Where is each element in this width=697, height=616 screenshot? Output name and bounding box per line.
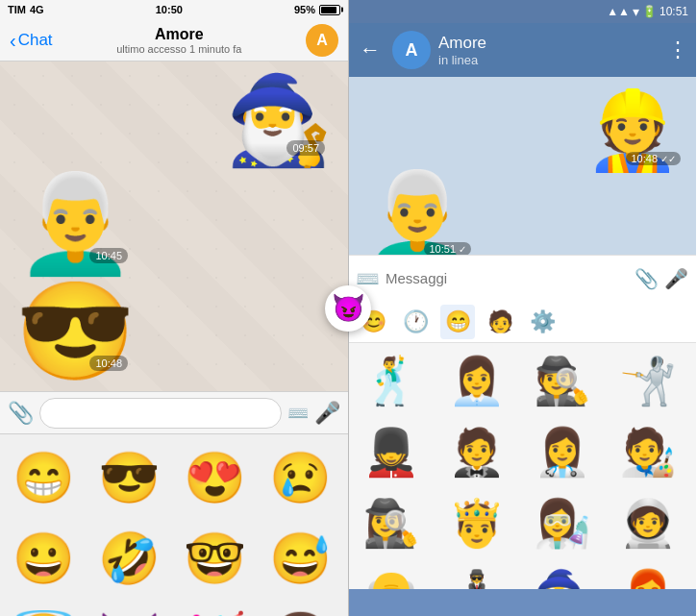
sticker-grid: 😁 😎 😍 😢 😀 🤣 🤓 😅 😇 😈 🥳 👦 [0, 434, 348, 616]
right-panel: ▲▲ ▾ 🔋 10:51 ← A Amore in linea ⋮ 👷 10:4… [348, 0, 696, 616]
list-item[interactable]: 😍 [175, 438, 254, 517]
list-item[interactable]: 🤓 [175, 519, 254, 598]
list-item[interactable]: 🤴 [437, 489, 516, 558]
table-row: 👨‍🦳 10:45 [15, 175, 136, 271]
avatar-label: A [316, 32, 328, 49]
tg-message-list: 👷 10:48 ✓✓ 👨‍🦳 10:51 ✓ [356, 85, 688, 255]
back-label: Chat [18, 31, 53, 50]
chat-area: 🧙‍♂️ 09:57 👨‍🦳 10:45 😎 10:48 [0, 62, 348, 391]
battery-fill [321, 7, 336, 13]
list-item[interactable]: 👦 [261, 600, 339, 616]
checkmarks: ✓ [459, 244, 466, 255]
status-time: 10:51 [660, 5, 688, 18]
list-item[interactable]: 😀 [4, 519, 83, 598]
message-list: 🧙‍♂️ 09:57 👨‍🦳 10:45 😎 10:48 [8, 69, 340, 391]
list-item[interactable]: 🕺 [352, 347, 431, 416]
list-item[interactable]: 👴 [352, 560, 431, 589]
picker-tabs: 😊 🕐 😁 🧑 ⚙️ [348, 301, 696, 343]
list-item[interactable]: 👩‍🔬 [523, 489, 602, 558]
back-button[interactable]: ‹ Chat [10, 31, 53, 50]
ios-status-bar: TIM 4G 10:50 95% [0, 0, 348, 19]
chevron-left-icon: ‹ [10, 31, 16, 50]
android-status-bar: ▲▲ ▾ 🔋 10:51 [348, 0, 696, 23]
center-logo: 😈 [325, 285, 371, 332]
msg-time: 10:45 [89, 248, 128, 263]
ios-time: 10:50 [156, 4, 183, 15]
msg-time: 10:51 ✓ [424, 242, 471, 255]
list-item[interactable]: 👩‍🦰 [609, 560, 687, 589]
list-item[interactable]: 🕵️ [523, 347, 602, 416]
avatar[interactable]: A [306, 24, 338, 57]
attach-icon[interactable]: 📎 [8, 401, 34, 426]
status-icons: ▲▲ ▾ 🔋 10:51 [607, 4, 688, 19]
contact-info: Amore in linea [438, 34, 660, 67]
list-item[interactable]: 🥳 [175, 600, 254, 616]
battery-label: 95% [294, 4, 315, 15]
list-item[interactable]: 🧑‍🎨 [609, 418, 687, 487]
wifi-icon: ▾ [633, 4, 639, 19]
list-item[interactable]: 😎 [89, 438, 168, 517]
keyboard-icon[interactable]: ⌨️ [287, 403, 309, 424]
checkmarks: ✓✓ [660, 154, 676, 164]
tab-pack1[interactable]: 😁 [440, 305, 475, 339]
avatar-label: A [406, 40, 418, 61]
msg-time: 10:48 [89, 356, 128, 371]
list-item[interactable]: 😢 [261, 438, 339, 517]
contact-sub: in linea [438, 53, 660, 67]
mic-icon[interactable]: 🎤 [664, 267, 688, 290]
battery-icon [319, 5, 340, 15]
tg-sticker-content: 🕺 👩‍💼 🕵️ 🤺 💂 🤵 👩‍⚕️ 🧑‍🎨 🕵️‍♀️ 🤴 👩‍🔬 🧑‍🚀 … [348, 343, 696, 589]
tg-chat-area: 👷 10:48 ✓✓ 👨‍🦳 10:51 ✓ [348, 77, 696, 255]
attach-icon[interactable]: 📎 [635, 267, 659, 290]
tg-input-bar: ⌨️ 📎 🎤 [348, 255, 696, 301]
network-label: 4G [30, 4, 44, 15]
contact-name: Amore [438, 34, 660, 53]
ios-nav-bar: ‹ Chat Amore ultimo accesso 1 minuto fa … [0, 19, 348, 62]
list-item[interactable]: 😁 [4, 438, 83, 517]
msg-time: 10:48 ✓✓ [626, 152, 681, 165]
mic-icon[interactable]: 🎤 [314, 401, 340, 426]
keyboard-icon[interactable]: ⌨️ [356, 267, 380, 290]
carrier-label: TIM [8, 4, 26, 15]
tg-sticker-picker: 😊 🕐 😁 🧑 ⚙️ 🕺 👩‍💼 🕵️ 🤺 💂 🤵 👩‍⚕️ 🧑‍🎨 🕵️‍♀️… [348, 301, 696, 589]
tab-pack2[interactable]: 🧑 [483, 305, 517, 339]
tg-sticker-grid: 🕺 👩‍💼 🕵️ 🤺 💂 🤵 👩‍⚕️ 🧑‍🎨 🕵️‍♀️ 🤴 👩‍🔬 🧑‍🚀 … [352, 347, 692, 589]
table-row: 😎 10:48 [15, 283, 136, 379]
table-row: 👷 10:48 ✓✓ [585, 92, 681, 169]
left-panel: TIM 4G 10:50 95% ‹ Chat Amore ultimo acc… [0, 0, 348, 616]
list-item[interactable]: 👩‍💼 [437, 347, 516, 416]
list-item[interactable]: 🤵 [437, 418, 516, 487]
contact-name: Amore [155, 26, 204, 43]
input-bar: 📎 ⌨️ 🎤 [0, 391, 348, 433]
ios-status-right: 95% [294, 4, 340, 15]
logo-icon: 😈 [332, 292, 365, 324]
list-item[interactable]: 🕵️‍♀️ [352, 489, 431, 558]
message-input[interactable] [386, 270, 629, 286]
avatar[interactable]: A [392, 31, 431, 69]
contact-sub: ultimo accesso 1 minuto fa [116, 43, 241, 55]
tab-settings[interactable]: ⚙️ [525, 305, 560, 339]
msg-time: 09:57 [286, 140, 325, 156]
table-row: 🧙‍♂️ 09:57 [225, 77, 333, 163]
ios-status-left: TIM 4G [8, 4, 44, 15]
list-item[interactable]: 💂 [352, 418, 431, 487]
message-input[interactable] [39, 398, 282, 429]
tab-recent[interactable]: 🕐 [398, 305, 433, 339]
list-item[interactable]: 🤣 [89, 519, 168, 598]
android-toolbar: ← A Amore in linea ⋮ [348, 23, 696, 77]
list-item[interactable]: 😇 [4, 600, 83, 616]
list-item[interactable]: 🤺 [609, 347, 687, 416]
list-item[interactable]: 🧙 [523, 560, 602, 589]
menu-button[interactable]: ⋮ [667, 37, 688, 62]
signal-icon: ▲▲ [607, 5, 630, 18]
sticker-picker: 😁 😎 😍 😢 😀 🤣 🤓 😅 😇 😈 🥳 👦 [0, 433, 348, 616]
list-item[interactable]: 🕴️ [437, 560, 516, 589]
list-item[interactable]: 😈 [89, 600, 168, 616]
battery-icon: 🔋 [642, 5, 657, 18]
contact-info: Amore ultimo accesso 1 minuto fa [116, 26, 241, 55]
list-item[interactable]: 🧑‍🚀 [609, 489, 687, 558]
list-item[interactable]: 😅 [261, 519, 339, 598]
back-button[interactable]: ← [356, 34, 385, 66]
list-item[interactable]: 👩‍⚕️ [523, 418, 602, 487]
table-row: 👨‍🦳 10:51 ✓ [363, 173, 471, 255]
